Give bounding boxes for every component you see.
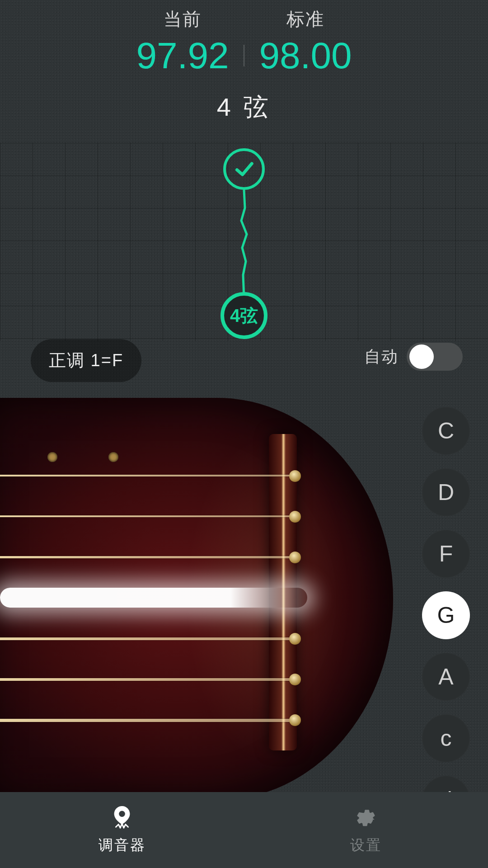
standard-value: 98.00 bbox=[244, 34, 366, 77]
string-2[interactable] bbox=[0, 515, 298, 517]
string-title: 4 弦 bbox=[0, 90, 488, 125]
svg-point-0 bbox=[119, 811, 125, 817]
string-5[interactable] bbox=[0, 637, 298, 640]
tab-tuner[interactable]: 调音器 bbox=[0, 792, 244, 868]
body-inlay-dot bbox=[47, 452, 57, 462]
standard-frequency: 标准 98.00 bbox=[244, 7, 366, 77]
standard-label: 标准 bbox=[244, 7, 366, 32]
tuning-mode-chip[interactable]: 正调 1=F bbox=[31, 339, 141, 382]
frequency-readouts: 当前 97.92 标准 98.00 bbox=[0, 7, 488, 77]
note-button-G[interactable]: G bbox=[422, 591, 470, 639]
instrument-body bbox=[0, 398, 393, 800]
note-button-F[interactable]: F bbox=[422, 530, 470, 578]
string-6[interactable] bbox=[0, 678, 298, 681]
tab-settings-label: 设置 bbox=[350, 835, 382, 855]
auto-toggle[interactable] bbox=[407, 343, 463, 371]
tab-settings[interactable]: 设置 bbox=[244, 792, 488, 868]
note-button-A[interactable]: A bbox=[422, 653, 470, 701]
string-indicator-badge: 4弦 bbox=[221, 292, 267, 339]
gear-icon bbox=[352, 805, 380, 832]
toggle-knob bbox=[409, 344, 434, 369]
current-label: 当前 bbox=[122, 7, 244, 32]
string-1[interactable] bbox=[0, 475, 298, 476]
pitch-trace-line bbox=[230, 190, 258, 298]
current-value: 97.92 bbox=[122, 34, 244, 77]
note-buttons-column: C D F G A c d bbox=[422, 407, 470, 824]
string-4-active[interactable] bbox=[0, 588, 307, 608]
tab-tuner-label: 调音器 bbox=[99, 835, 146, 855]
note-button-C[interactable]: C bbox=[422, 407, 470, 455]
auto-label: 自动 bbox=[364, 346, 399, 368]
tuning-graph: 4弦 bbox=[0, 143, 488, 341]
in-tune-check-icon bbox=[223, 148, 265, 190]
current-frequency: 当前 97.92 bbox=[122, 7, 244, 77]
note-button-c-lower[interactable]: c bbox=[422, 714, 470, 762]
string-3[interactable] bbox=[0, 556, 298, 558]
body-inlay-dot bbox=[108, 452, 118, 462]
bottom-tab-bar: 调音器 设置 bbox=[0, 792, 488, 868]
string-7[interactable] bbox=[0, 719, 298, 722]
auto-toggle-group: 自动 bbox=[364, 343, 463, 371]
tuner-pin-icon bbox=[108, 805, 136, 832]
note-button-D[interactable]: D bbox=[422, 468, 470, 516]
